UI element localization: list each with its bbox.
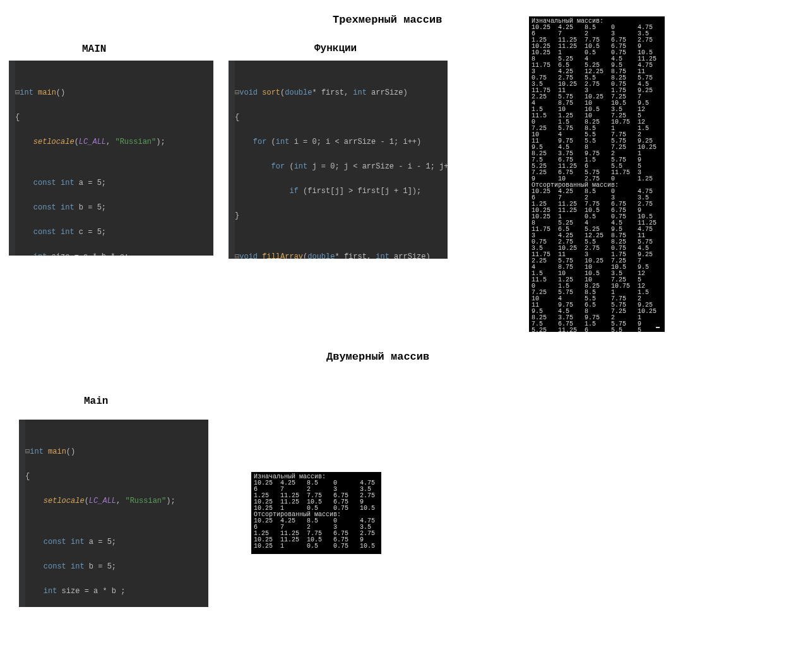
heading-functions: Функции (314, 43, 357, 54)
code-main-3d: ⊟int main() { setlocale(LC_ALL, "Russian… (9, 61, 213, 256)
title-3d: Трехмерный массив (333, 14, 442, 26)
heading-main-1: MAIN (82, 44, 106, 55)
code-main-2d: ⊟int main() { setlocale(LC_ALL, "Russian… (19, 420, 208, 607)
title-2d: Двумерный массив (326, 351, 429, 363)
code-functions: ⊟void sort(double* first, int arrSize) {… (229, 61, 448, 259)
console-output-2d: Изначальный массив: 10.25 4.25 8.5 0 4.7… (251, 472, 381, 554)
console-output-3d: Изначальный массив: 10.25 4.25 8.5 0 4.7… (529, 16, 665, 332)
heading-main-2: Main (84, 396, 108, 407)
